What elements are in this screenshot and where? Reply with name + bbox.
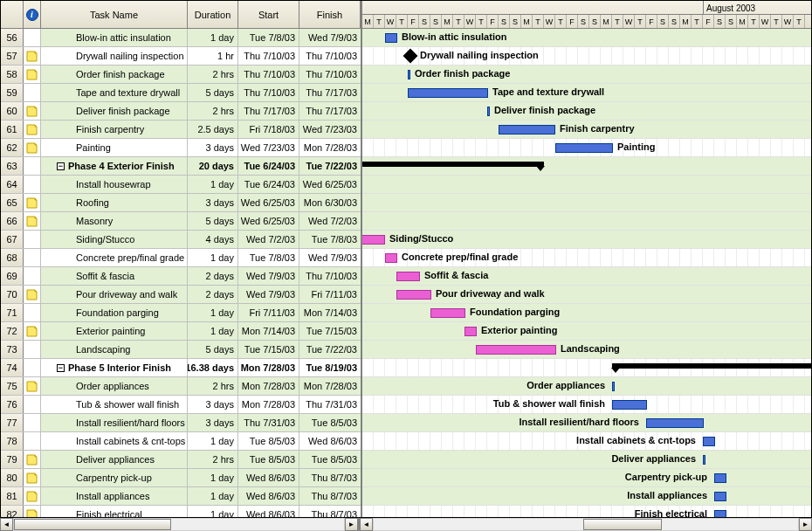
gantt-row[interactable]: Exterior painting bbox=[362, 322, 811, 341]
row-number[interactable]: 72 bbox=[1, 322, 24, 340]
cell-dur[interactable]: 1 day bbox=[188, 487, 238, 505]
cell-start[interactable]: Thu 7/31/03 bbox=[238, 414, 299, 431]
cell-start[interactable]: Thu 7/10/03 bbox=[238, 84, 299, 101]
gantt-row[interactable]: Deliver finish package bbox=[362, 102, 811, 121]
cell-finish[interactable]: Tue 7/8/03 bbox=[299, 231, 361, 248]
cell-finish[interactable]: Tue 8/5/03 bbox=[299, 414, 361, 431]
row-number[interactable]: 59 bbox=[1, 84, 24, 101]
table-row[interactable]: 68Concrete prep/final grade1 dayTue 7/8/… bbox=[1, 249, 361, 267]
task-name-cell[interactable]: Install cabinets & cnt-tops bbox=[41, 432, 188, 450]
note-cell[interactable] bbox=[24, 267, 41, 285]
row-number[interactable]: 73 bbox=[1, 341, 24, 358]
row-number[interactable]: 63 bbox=[1, 157, 24, 175]
gantt-row[interactable]: Install appliances bbox=[362, 487, 811, 506]
task-name-cell[interactable]: Roofing bbox=[41, 194, 188, 211]
task-name-cell[interactable]: Install resilient/hard floors bbox=[41, 414, 188, 431]
cell-start[interactable]: Wed 6/25/03 bbox=[238, 194, 299, 211]
table-row[interactable]: 62Painting3 daysWed 7/23/03Mon 7/28/03 bbox=[1, 139, 361, 157]
cell-dur[interactable]: 4 days bbox=[188, 231, 238, 248]
scroll-right-icon[interactable]: ► bbox=[799, 518, 812, 531]
gantt-row[interactable]: Install cabinets & cnt-tops bbox=[362, 432, 811, 451]
table-row[interactable]: 73Landscaping5 daysTue 7/15/03Tue 7/22/0… bbox=[1, 341, 361, 359]
row-number[interactable]: 77 bbox=[1, 414, 24, 431]
cell-finish[interactable]: Thu 8/7/03 bbox=[299, 487, 361, 505]
task-name-cell[interactable]: Foundation parging bbox=[41, 304, 188, 321]
collapse-icon[interactable]: − bbox=[57, 162, 65, 170]
scroll-left-icon[interactable]: ◄ bbox=[360, 518, 373, 531]
cell-start[interactable]: Mon 7/28/03 bbox=[238, 377, 299, 395]
note-cell[interactable] bbox=[24, 212, 41, 230]
gantt-row[interactable]: Siding/Stucco bbox=[362, 231, 811, 249]
row-number[interactable]: 68 bbox=[1, 249, 24, 266]
cell-start[interactable]: Mon 7/28/03 bbox=[238, 396, 299, 413]
table-row[interactable]: 64Install housewrap1 dayTue 6/24/03Wed 6… bbox=[1, 176, 361, 194]
note-cell[interactable] bbox=[24, 304, 41, 321]
cell-finish[interactable]: Tue 7/22/03 bbox=[299, 157, 361, 175]
gantt-row[interactable]: Finish electrical bbox=[362, 506, 811, 517]
cell-dur[interactable]: 2.5 days bbox=[188, 121, 238, 138]
cell-finish[interactable]: Thu 8/7/03 bbox=[299, 506, 361, 517]
row-number[interactable]: 65 bbox=[1, 194, 24, 211]
cell-dur[interactable]: 1 day bbox=[188, 249, 238, 266]
gantt-row[interactable]: Deliver appliances bbox=[362, 451, 811, 469]
cell-start[interactable]: Wed 8/6/03 bbox=[238, 469, 299, 486]
note-cell[interactable] bbox=[24, 157, 41, 175]
table-row[interactable]: 75Order appliances2 hrsMon 7/28/03Mon 7/… bbox=[1, 377, 361, 396]
gantt-row[interactable]: Order appliances bbox=[362, 377, 811, 396]
task-name-cell[interactable]: Deliver appliances bbox=[41, 451, 188, 468]
gantt-row[interactable]: Soffit & fascia bbox=[362, 267, 811, 286]
header-duration[interactable]: Duration bbox=[188, 1, 238, 28]
table-row[interactable]: 70Pour driveway and walk2 daysWed 7/9/03… bbox=[1, 286, 361, 304]
gantt-row[interactable] bbox=[362, 194, 811, 212]
cell-finish[interactable]: Tue 7/22/03 bbox=[299, 341, 361, 358]
cell-finish[interactable]: Mon 7/28/03 bbox=[299, 377, 361, 395]
gantt-row[interactable]: Carpentry pick-up bbox=[362, 469, 811, 487]
task-bar[interactable] bbox=[396, 290, 431, 300]
cell-dur[interactable]: 1 day bbox=[188, 176, 238, 193]
note-cell[interactable] bbox=[24, 432, 41, 450]
cell-start[interactable]: Wed 8/6/03 bbox=[238, 506, 299, 517]
cell-dur[interactable]: 16.38 days bbox=[188, 359, 238, 376]
task-name-cell[interactable]: Tape and texture drywall bbox=[41, 84, 188, 101]
note-cell[interactable] bbox=[24, 414, 41, 431]
cell-dur[interactable]: 5 days bbox=[188, 341, 238, 358]
row-number[interactable]: 61 bbox=[1, 121, 24, 138]
task-name-cell[interactable]: Landscaping bbox=[41, 341, 188, 358]
task-name-cell[interactable]: Siding/Stucco bbox=[41, 231, 188, 248]
row-number[interactable]: 79 bbox=[1, 451, 24, 468]
gantt-row[interactable]: Tape and texture drywall bbox=[362, 84, 811, 102]
gantt-row[interactable]: Order finish package bbox=[362, 66, 811, 84]
cell-start[interactable]: Wed 7/9/03 bbox=[238, 286, 299, 303]
task-name-cell[interactable]: Concrete prep/final grade bbox=[41, 249, 188, 266]
cell-dur[interactable]: 2 hrs bbox=[188, 102, 238, 120]
cell-finish[interactable]: Thu 7/10/03 bbox=[299, 47, 361, 65]
note-cell[interactable] bbox=[24, 139, 41, 156]
row-number[interactable]: 74 bbox=[1, 359, 24, 376]
cell-start[interactable]: Wed 7/23/03 bbox=[238, 139, 299, 156]
row-number[interactable]: 69 bbox=[1, 267, 24, 285]
note-cell[interactable] bbox=[24, 47, 41, 65]
gantt-row[interactable] bbox=[362, 212, 811, 231]
task-bar[interactable] bbox=[396, 272, 420, 281]
note-cell[interactable] bbox=[24, 66, 41, 83]
note-cell[interactable] bbox=[24, 451, 41, 468]
gantt-row[interactable]: Finish carpentry bbox=[362, 121, 811, 139]
note-cell[interactable] bbox=[24, 286, 41, 303]
task-bar[interactable] bbox=[714, 473, 726, 483]
table-row[interactable]: 82Finish electrical1 dayWed 8/6/03Thu 8/… bbox=[1, 506, 361, 517]
row-number[interactable]: 80 bbox=[1, 469, 24, 486]
task-bar[interactable] bbox=[499, 125, 555, 134]
table-row[interactable]: 80Carpentry pick-up1 dayWed 8/6/03Thu 8/… bbox=[1, 469, 361, 487]
cell-finish[interactable]: Wed 8/6/03 bbox=[299, 432, 361, 450]
left-hscroll[interactable]: ◄ ► bbox=[0, 518, 360, 531]
table-row[interactable]: 69Soffit & fascia2 daysWed 7/9/03Thu 7/1… bbox=[1, 267, 361, 286]
gantt-row[interactable]: Install resilient/hard floors bbox=[362, 414, 811, 432]
task-bar[interactable] bbox=[714, 492, 726, 501]
note-cell[interactable] bbox=[24, 194, 41, 211]
note-cell[interactable] bbox=[24, 469, 41, 486]
right-hscroll[interactable]: ◄ ► bbox=[360, 518, 812, 531]
cell-finish[interactable]: Wed 7/9/03 bbox=[299, 249, 361, 266]
cell-start[interactable]: Tue 8/5/03 bbox=[238, 451, 299, 468]
task-bar[interactable] bbox=[408, 88, 488, 98]
row-number[interactable]: 62 bbox=[1, 139, 24, 156]
